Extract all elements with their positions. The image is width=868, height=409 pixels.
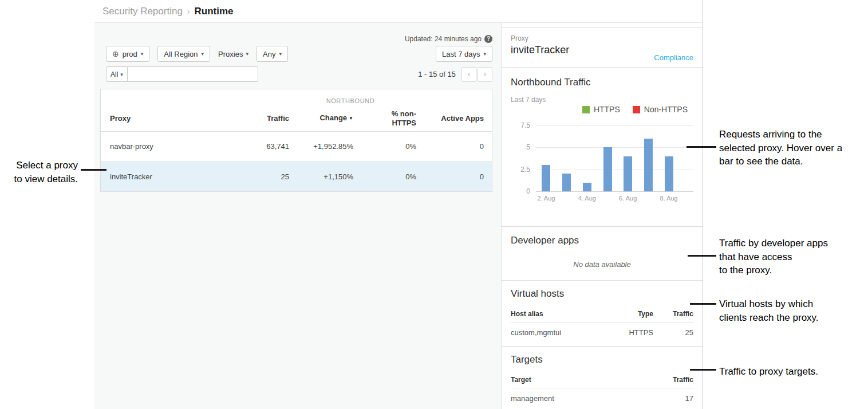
chart-bar[interactable] (603, 147, 612, 191)
cell-target: management (511, 394, 653, 403)
pagination-label: 1 - 15 of 15 (418, 70, 456, 78)
cell-active-apps: 0 (416, 142, 492, 151)
cell-change: +1,150% (289, 172, 353, 181)
caret-down-icon: ▾ (202, 51, 204, 57)
developer-apps-card: Developer apps No data available (502, 227, 703, 281)
caret-down-icon: ▾ (246, 51, 248, 57)
proxy-summary-card: Proxy inviteTracker Compliance (502, 27, 703, 68)
caret-down-icon: ▾ (141, 51, 144, 57)
chart-bar[interactable] (562, 174, 571, 191)
chart-y-tick-label: 0 (526, 187, 530, 195)
page-title: Runtime (195, 6, 234, 17)
caret-down-icon: ▾ (120, 72, 123, 77)
no-data-message: No data available (511, 260, 693, 269)
column-active-apps[interactable]: Active Apps (416, 114, 492, 123)
chart-bar[interactable] (542, 165, 550, 191)
pagination-prev-button[interactable]: ‹ (461, 67, 476, 82)
chart-x-tick-label: 4. Aug (578, 195, 596, 202)
northbound-traffic-card: Northbound Traffic Last 7 days HTTPS Non… (502, 68, 703, 227)
proxies-dropdown[interactable]: Proxies ▾ (218, 50, 248, 58)
chart-y-axis: 02.557.5 (511, 125, 536, 191)
table-row-invitetracker[interactable]: inviteTracker 25 +1,150% 0% 0 (101, 162, 492, 191)
virtual-hosts-table: Host alias Type Traffic custom,mgmtui HT… (511, 305, 693, 340)
environment-dropdown-label: prod (123, 50, 137, 58)
pagination: 1 - 15 of 15 ‹ › (418, 67, 492, 82)
chart-x-tick-label: 2. Aug (537, 195, 555, 202)
cell-traffic: 17 (653, 394, 693, 403)
help-icon[interactable]: ? (484, 35, 492, 43)
cell-non-https: 0% (353, 172, 416, 181)
app-window: Security Reporting › Runtime Updated: 24… (94, 0, 703, 409)
region-dropdown-label: All Region (164, 50, 198, 58)
page: Select a proxy to view details. Requests… (0, 0, 868, 409)
cell-non-https: 0% (353, 142, 416, 151)
cell-type: HTTPS (607, 328, 653, 337)
updated-status: Updated: 24 minutes ago ? (94, 34, 492, 43)
chart-bar[interactable] (665, 156, 673, 191)
northbound-traffic-title: Northbound Traffic (511, 77, 693, 88)
northbound-traffic-subtitle: Last 7 days (511, 96, 693, 104)
chart-x-tick-label: 6. Aug (619, 195, 637, 202)
targets-title: Targets (511, 354, 693, 365)
compliance-link[interactable]: Compliance (654, 53, 693, 62)
chart-x-tick-label: 8. Aug (660, 195, 678, 202)
annotation-targets: Traffic to proxy targets. (719, 365, 862, 379)
legend-https-swatch (582, 106, 590, 113)
column-traffic: Traffic (653, 376, 693, 384)
table-row-navbar-proxy[interactable]: navbar-proxy 63,741 +1,952.85% 0% 0 (101, 132, 492, 162)
any-filter-label: Any (263, 50, 275, 58)
chart-y-tick-label: 7.5 (520, 121, 530, 129)
cell-active-apps: 0 (416, 172, 492, 181)
column-type: Type (607, 310, 653, 318)
chart-bar[interactable] (624, 156, 632, 191)
pagination-next-button[interactable]: › (478, 67, 492, 82)
column-change[interactable]: Change▼ (289, 113, 353, 123)
updated-label: Updated: 24 minutes ago (405, 35, 482, 43)
globe-icon: ⊕ (112, 50, 119, 58)
cell-host-alias: custom,mgmtui (511, 328, 607, 337)
legend-non-https-label: Non-HTTPS (644, 105, 688, 114)
breadcrumb: Security Reporting › Runtime (94, 0, 703, 23)
annotation-virtual-hosts: Virtual hosts by which clients reach the… (719, 297, 857, 324)
proxy-label: Proxy (511, 34, 693, 42)
chart-gridline (536, 191, 693, 192)
chart-legend: HTTPS Non-HTTPS (511, 105, 693, 114)
proxies-dropdown-label: Proxies (218, 50, 243, 58)
chart-bar[interactable] (644, 139, 653, 191)
sort-desc-icon: ▼ (349, 116, 353, 121)
column-non-https[interactable]: % non-HTTPS (353, 109, 416, 128)
chart-y-tick-label: 5 (526, 143, 530, 151)
callout-line-requests (686, 146, 716, 148)
targets-table: Target Traffic management 17 (511, 371, 693, 406)
chart-plot: 2. Aug4. Aug6. Aug8. Aug (536, 125, 693, 191)
filter-bar: ⊕ prod ▾ All Region ▾ Proxies ▾ Any ▾ (106, 46, 492, 62)
callout-line-select-proxy (81, 169, 106, 171)
search-input[interactable] (128, 66, 258, 82)
column-proxy[interactable]: Proxy (101, 114, 209, 123)
cell-traffic: 63,741 (209, 142, 289, 151)
legend-https-label: HTTPS (594, 105, 620, 114)
caret-down-icon: ▾ (483, 51, 486, 57)
breadcrumb-separator-icon: › (187, 6, 190, 16)
column-target: Target (511, 376, 653, 384)
breadcrumb-parent-link[interactable]: Security Reporting (102, 6, 183, 17)
table-column-header: Proxy Traffic Change▼ % non-HTTPS Active… (101, 105, 492, 132)
details-panel: Proxy inviteTracker Compliance Northboun… (501, 23, 703, 409)
search-scope-dropdown[interactable]: All ▾ (106, 66, 128, 82)
environment-dropdown[interactable]: ⊕ prod ▾ (106, 46, 149, 62)
target-row[interactable]: management 17 (511, 388, 693, 406)
column-traffic[interactable]: Traffic (209, 114, 289, 123)
report-panel: Updated: 24 minutes ago ? ⊕ prod ▾ All R… (94, 23, 501, 409)
callout-line-targets (690, 369, 716, 371)
virtual-hosts-card: Virtual hosts Host alias Type Traffic cu… (502, 281, 703, 347)
virtual-host-row[interactable]: custom,mgmtui HTTPS 25 (511, 323, 693, 340)
chart-bar[interactable] (583, 183, 591, 191)
any-filter-dropdown[interactable]: Any ▾ (257, 46, 288, 62)
chart-gridline (536, 147, 693, 148)
region-dropdown[interactable]: All Region ▾ (157, 46, 210, 62)
proxy-table: NORTHBOUND Proxy Traffic Change▼ % non-H… (100, 89, 492, 192)
date-range-dropdown[interactable]: Last 7 days ▾ (436, 46, 492, 62)
virtual-hosts-title: Virtual hosts (511, 288, 693, 300)
annotation-select-proxy: Select a proxy to view details. (1, 159, 78, 186)
search-bar: All ▾ 1 - 15 of 15 ‹ › (106, 66, 492, 82)
